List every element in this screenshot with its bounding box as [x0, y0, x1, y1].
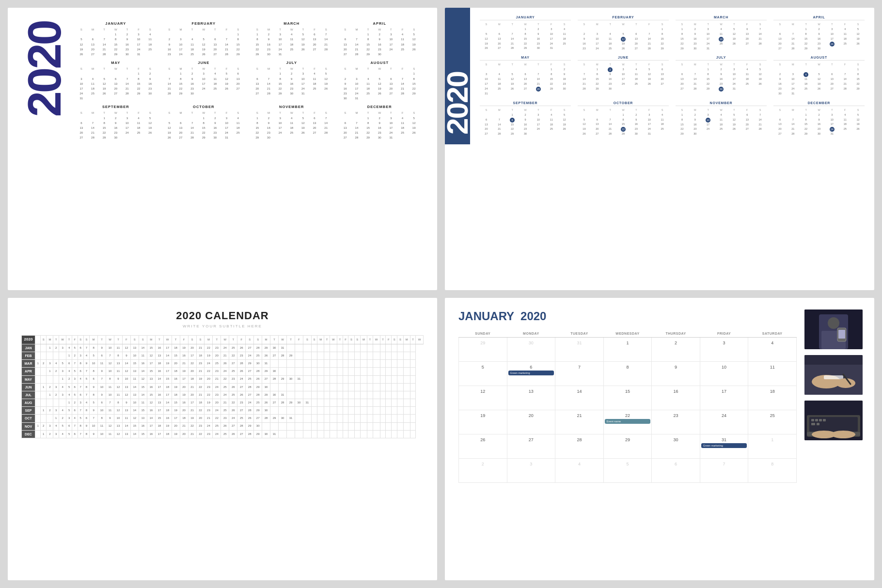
svg-rect-19 — [823, 419, 826, 421]
slide1-mini-cal-march: MARCHSMTWTFS1234567891011121314151617181… — [252, 21, 332, 57]
calendar-cell: 22Event name — [603, 410, 652, 434]
slide1-mini-cal-september: SEPTEMBERSMTWTFS123456789101112131415161… — [76, 105, 156, 140]
calendar-cell: 17 — [700, 386, 748, 410]
slide2-mini-cal-july: JULYSMTWTFS12345678910111213141516171819… — [676, 56, 767, 96]
slide1-calendar-grid: JANUARYSMTWTFS12345678910111213141516171… — [76, 21, 420, 140]
calendar-cell: 5 — [459, 362, 507, 386]
calendar-cell: 30 — [507, 338, 555, 362]
slide2-mini-cal-may: MAYSMTWTFS123456789101112131415161718192… — [480, 56, 571, 96]
slide1-mini-cal-december: DECEMBERSMTWTFS1234567891011121314151617… — [340, 105, 420, 140]
calendar-cell: 4 — [748, 338, 797, 362]
calendar-cell: 15 — [603, 386, 652, 410]
slide2-mini-cal-august: AUGUSTSMTWTFS123456789101112131415161718… — [773, 56, 865, 96]
calendar-cell: 1 — [603, 338, 652, 362]
slide3-table-container: 2020SMTWTFSSMTWTFSSMTWTFSSMTWTFSSMTWTFSS… — [21, 335, 424, 438]
slide4-photo-1 — [804, 309, 863, 349]
svg-rect-9 — [824, 375, 843, 379]
calendar-cell: 2 — [459, 459, 507, 483]
cal-header-sunday: SUNDAY — [459, 330, 507, 338]
slide2-mini-cal-april: APRILSMTWTFS1234567891011121314151617181… — [773, 15, 865, 51]
slide4-photos — [804, 309, 863, 483]
cal-header-saturday: SATURDAY — [748, 330, 797, 338]
calendar-cell: 19 — [459, 410, 507, 434]
calendar-cell: 1 — [748, 434, 797, 459]
slide2-mini-cal-october: OCTOBERSMTWTFS12345678910111213141516171… — [578, 101, 669, 137]
slide4-title: JANUARY 2020 — [458, 309, 797, 323]
slide1-mini-cal-october: OCTOBERSMTWTFS12345678910111213141516171… — [164, 105, 244, 140]
svg-rect-5 — [838, 330, 845, 339]
svg-rect-21 — [817, 423, 819, 425]
slide-3-calendar-table: 2020 CALENDAR WRITE YOUR SUBTITLE HERE 2… — [8, 298, 437, 580]
slide3-subtitle: WRITE YOUR SUBTITLE HERE — [21, 324, 424, 328]
slide2-year-label: 2020 — [445, 72, 472, 135]
slide1-mini-cal-july: JULYSMTWTFS12345678910111213141516171819… — [252, 61, 332, 101]
cal-header-monday: MONDAY — [507, 330, 555, 338]
calendar-cell: 8 — [748, 459, 797, 483]
slide1-mini-cal-april: APRILSMTWTFS1234567891011121314151617181… — [340, 21, 420, 57]
svg-rect-16 — [811, 419, 814, 421]
calendar-cell: 13 — [507, 386, 555, 410]
calendar-cell: 7 — [700, 459, 748, 483]
calendar-cell: 7 — [555, 362, 604, 386]
slide-2-annual-calendar-blue: 2020 JANUARYSMTWTFS123456789101112131415… — [445, 8, 874, 290]
slide2-mini-cal-june: JUNESMTWTFS12345678910111213141516171819… — [578, 56, 669, 96]
calendar-cell: 6Green marketing — [507, 362, 555, 386]
calendar-cell: 14 — [555, 386, 604, 410]
slide-1-annual-calendar: 2020 JANUARYSMTWTFS123456789101112131415… — [8, 8, 437, 290]
calendar-cell: 31Green marketing — [700, 434, 748, 459]
calendar-cell: 6 — [652, 459, 700, 483]
slide2-mini-cal-september: SEPTEMBERSMTWTFS123456789101112131415161… — [480, 101, 571, 137]
slide4-title-blue: 2020 — [520, 309, 546, 323]
calendar-cell: 16 — [652, 386, 700, 410]
cal-header-wednesday: WEDNESDAY — [603, 330, 652, 338]
calendar-cell: 18 — [748, 386, 797, 410]
calendar-cell: 30 — [652, 434, 700, 459]
slide1-mini-cal-february: FEBRUARYSMTWTFS1234567891011121314151617… — [164, 21, 244, 57]
slide2-content: JANUARYSMTWTFS12345678910111213141516171… — [470, 8, 874, 144]
slide3-title: 2020 CALENDAR — [21, 309, 424, 322]
calendar-cell: 24 — [700, 410, 748, 434]
calendar-cell: 3 — [507, 459, 555, 483]
slide4-photo-2 — [804, 355, 863, 395]
slide2-mini-cal-february: FEBRUARYSMTWTFS1234567891011121314151617… — [578, 15, 669, 51]
slide-4-monthly-calendar: JANUARY 2020 SUNDAYMONDAYTUESDAYWEDNESDA… — [445, 298, 874, 580]
calendar-cell: 29 — [459, 338, 507, 362]
calendar-cell: 29 — [603, 434, 652, 459]
slide2-mini-cal-march: MARCHSMTWTFS1234567891011121314151617181… — [676, 15, 767, 51]
calendar-cell: 25 — [748, 410, 797, 434]
svg-point-2 — [828, 317, 839, 329]
slide2-mini-cal-january: JANUARYSMTWTFS12345678910111213141516171… — [480, 15, 571, 51]
slide2-mini-cal-december: DECEMBERSMTWTFS1234567891011121314151617… — [773, 101, 865, 137]
calendar-cell: 10 — [700, 362, 748, 386]
slide1-year-label: 2020 — [21, 21, 68, 140]
calendar-cell: 9 — [652, 362, 700, 386]
slide4-main: JANUARY 2020 SUNDAYMONDAYTUESDAYWEDNESDA… — [458, 309, 797, 483]
calendar-cell: 21 — [555, 410, 604, 434]
slide4-calendar: SUNDAYMONDAYTUESDAYWEDNESDAYTHURSDAYFRID… — [458, 330, 797, 483]
svg-point-10 — [836, 378, 855, 388]
svg-rect-20 — [811, 423, 815, 425]
slide1-mini-cal-june: JUNESMTWTFS12345678910111213141516171819… — [164, 61, 244, 101]
slide1-mini-cal-august: AUGUSTSMTWTFS123456789101112131415161718… — [340, 61, 420, 101]
calendar-cell: 23 — [652, 410, 700, 434]
calendar-cell: 28 — [555, 434, 604, 459]
svg-rect-17 — [815, 419, 818, 421]
calendar-cell: 5 — [603, 459, 652, 483]
slide2-mini-cal-november: NOVEMBERSMTWTFS1234567891011121314151617… — [676, 101, 767, 137]
calendar-cell: 2 — [652, 338, 700, 362]
cal-header-friday: FRIDAY — [700, 330, 748, 338]
calendar-cell: 3 — [700, 338, 748, 362]
cal-header-thursday: THURSDAY — [652, 330, 700, 338]
slide4-photo-3 — [804, 401, 863, 440]
svg-point-23 — [831, 431, 855, 438]
svg-rect-18 — [819, 419, 822, 421]
slide1-mini-cal-november: NOVEMBERSMTWTFS1234567891011121314151617… — [252, 105, 332, 140]
calendar-cell: 8 — [603, 362, 652, 386]
calendar-cell: 12 — [459, 386, 507, 410]
calendar-cell: 27 — [507, 434, 555, 459]
calendar-cell: 11 — [748, 362, 797, 386]
calendar-cell: 26 — [459, 434, 507, 459]
calendar-cell: 20 — [507, 410, 555, 434]
slide1-mini-cal-may: MAYSMTWTFS123456789101112131415161718192… — [76, 61, 156, 101]
calendar-cell: 4 — [555, 459, 604, 483]
